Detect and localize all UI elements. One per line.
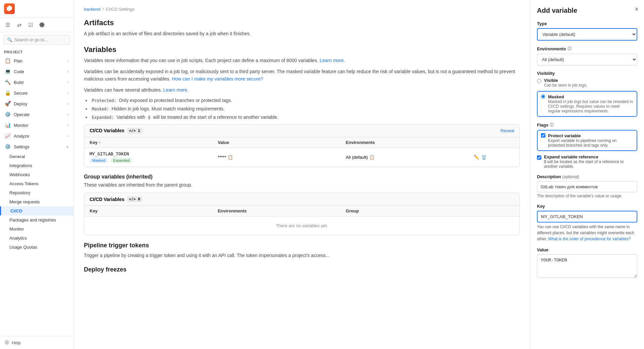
table2-title-area: CI/CD Variables </> 0 (90, 196, 142, 202)
key-precedence-link[interactable]: What is the order of precedence for vari… (548, 237, 631, 241)
environments-help-icon[interactable]: ⓘ (567, 46, 572, 52)
gitlab-logo[interactable] (4, 3, 15, 14)
sidebar-sub-monitor[interactable]: Monitor (0, 225, 73, 234)
sidebar-sub-merge-requests[interactable]: Merge requests (0, 197, 73, 206)
secure-icon: 🔒 (5, 90, 11, 96)
description-input[interactable] (537, 181, 637, 192)
table2-code-icon: </> 0 (127, 196, 142, 202)
sidebar-item-plan[interactable]: 📋Plan › (0, 55, 73, 66)
copy-value-btn[interactable]: 📋 (228, 155, 233, 160)
sidebar-sub-repository[interactable]: Repository (0, 188, 73, 197)
table1-code-icon: </> 1 (127, 128, 142, 134)
help-link[interactable]: ⓪ Help (0, 336, 73, 349)
monitor-icon: 📊 (5, 122, 11, 128)
value-field-group: Value YOUR-TOKEN (537, 247, 637, 279)
artifacts-title: Artifacts (84, 18, 520, 27)
plan-icon: 📋 (5, 58, 11, 64)
variables-desc3: Variables can have several attributes. L… (84, 86, 520, 94)
sidebar-item-settings[interactable]: ⚙️Settings ∨ (0, 141, 73, 152)
key-cell: MY_GITLAB_TOKEN Masked Expanded (90, 151, 218, 163)
type-select[interactable]: Variable (default) File (537, 28, 637, 41)
tag-masked: Masked (90, 158, 108, 163)
sidebar-sub-packages[interactable]: Packages and registries (0, 215, 73, 225)
sidebar-item-monitor[interactable]: 📊Monitor › (0, 120, 73, 131)
visible-radio[interactable] (537, 79, 541, 83)
environments-label: Environments ⓘ (537, 46, 637, 52)
sidebar-settings-app-icon[interactable] (37, 20, 47, 30)
copy-env-btn[interactable]: 📋 (369, 155, 375, 160)
key-field-group: Key You can use CI/CD variables with the… (537, 204, 637, 242)
sidebar-item-operate[interactable]: ⚙️Operate › (0, 109, 73, 120)
masked-radio[interactable] (541, 94, 545, 99)
sidebar-panel-icon[interactable]: ☰ (3, 20, 13, 30)
expand-label: Expand variable reference $ will be trea… (544, 154, 637, 169)
table1-title: CI/CD Variables (90, 128, 125, 133)
reveal-button[interactable]: Reveal (501, 128, 514, 133)
search-box[interactable]: 🔍 Search or go to... (3, 35, 70, 45)
sidebar-sub-webhooks[interactable]: Webhooks (0, 170, 73, 179)
masked-sub-text: Masked in job logs but value can be reve… (548, 99, 633, 113)
col-actions-header (474, 140, 514, 145)
protect-checkbox[interactable] (541, 133, 545, 138)
sidebar-sub-general[interactable]: General (0, 152, 73, 161)
bullet-masked: Masked: Hidden in job logs. Must match m… (91, 105, 520, 112)
sidebar-sub-analytics[interactable]: Analytics (0, 234, 73, 243)
variable-value: ***** (218, 155, 226, 160)
variable-value-cell: ***** 📋 (218, 155, 346, 160)
sidebar-mr-icon[interactable]: ⇄ (14, 20, 24, 30)
sidebar-sub-access-tokens[interactable]: Access Tokens (0, 179, 73, 188)
learn-more-link2[interactable]: Learn more. (163, 87, 188, 93)
operate-chevron: › (67, 112, 69, 116)
table2-header: CI/CD Variables </> 0 (84, 193, 519, 206)
sidebar-sub-usage-quotas[interactable]: Usage Quotas (0, 243, 73, 252)
sidebar-icon-bar: ☰ ⇄ ☑ (0, 18, 73, 32)
sidebar-activity-icon[interactable]: ☑ (26, 20, 36, 30)
variables-desc2: Variables can be accidentally exposed in… (84, 68, 520, 83)
deploy-freezes-title: Deploy freezes (84, 266, 520, 273)
table2-col-headers: Key Environments Group (84, 206, 519, 216)
build-icon: 🔨 (5, 79, 11, 85)
environments-select[interactable]: All (default) production staging (537, 54, 637, 65)
sidebar-item-code[interactable]: 💻Code › (0, 66, 73, 77)
analyze-chevron: › (67, 134, 69, 138)
sidebar-sub-cicd[interactable]: CI/CD (0, 206, 73, 215)
breadcrumb-backend[interactable]: backend (84, 7, 100, 12)
cicd-variables-table1: CI/CD Variables </> 1 Reveal Key ↑ Value… (84, 124, 520, 167)
variables-title: Variables (84, 45, 520, 54)
sidebar-item-secure[interactable]: 🔒Secure › (0, 88, 73, 98)
panel-title: Add variable (537, 7, 637, 14)
close-panel-button[interactable]: × (635, 5, 639, 13)
learn-more-link1[interactable]: Learn more. (319, 58, 345, 63)
security-link[interactable]: How can I make my variables more secure? (172, 76, 263, 82)
description-optional: (optional) (562, 174, 579, 179)
protect-label: Protect variable Export variable to pipe… (548, 133, 633, 148)
sidebar-item-analyze[interactable]: 📈Analyze › (0, 131, 73, 141)
sidebar-item-build[interactable]: 🔨Build › (0, 77, 73, 88)
pipeline-tokens-title: Pipeline trigger tokens (84, 242, 520, 249)
edit-variable-btn[interactable]: ✏️ (474, 155, 479, 160)
masked-radio-option-box: Masked Masked in job logs but value can … (537, 91, 637, 117)
table-row: MY_GITLAB_TOKEN Masked Expanded ***** 📋 … (84, 148, 519, 167)
delete-variable-btn[interactable]: 🗑️ (481, 155, 487, 160)
breadcrumb-current: CI/CD Settings (106, 7, 135, 12)
analyze-icon: 📈 (5, 133, 11, 139)
key-input[interactable] (537, 211, 637, 222)
visible-sub-text: Can be seen in job logs. (544, 83, 587, 88)
group-variables-desc: These variables are inherited from the p… (84, 181, 520, 189)
expand-sub-text: $ will be treated as the start of a refe… (544, 159, 637, 169)
expand-checkbox[interactable] (537, 155, 541, 160)
sidebar-top (0, 0, 73, 18)
masked-radio-label: Masked Masked in job logs but value can … (548, 94, 633, 113)
bullet-expanded: Expanded: Variables with $ will be treat… (91, 114, 520, 121)
sidebar-item-deploy[interactable]: 🚀Deploy › (0, 98, 73, 109)
visibility-field-group: Visibility Visible Can be seen in job lo… (537, 71, 637, 117)
sidebar-sub-integrations[interactable]: Integrations (0, 161, 73, 170)
variable-env-cell: All (default) 📋 (346, 155, 474, 160)
visible-radio-label: Visible Can be seen in job logs. (544, 78, 587, 88)
col-group-header: Group (346, 208, 474, 213)
col-env2-header: Environments (218, 208, 346, 213)
pipeline-tokens-desc: Trigger a pipeline by creating a trigger… (84, 252, 520, 259)
flags-help-icon[interactable]: ⓘ (550, 122, 554, 128)
value-textarea[interactable]: YOUR-TOKEN (537, 254, 637, 278)
search-placeholder: Search or go to... (14, 37, 48, 42)
